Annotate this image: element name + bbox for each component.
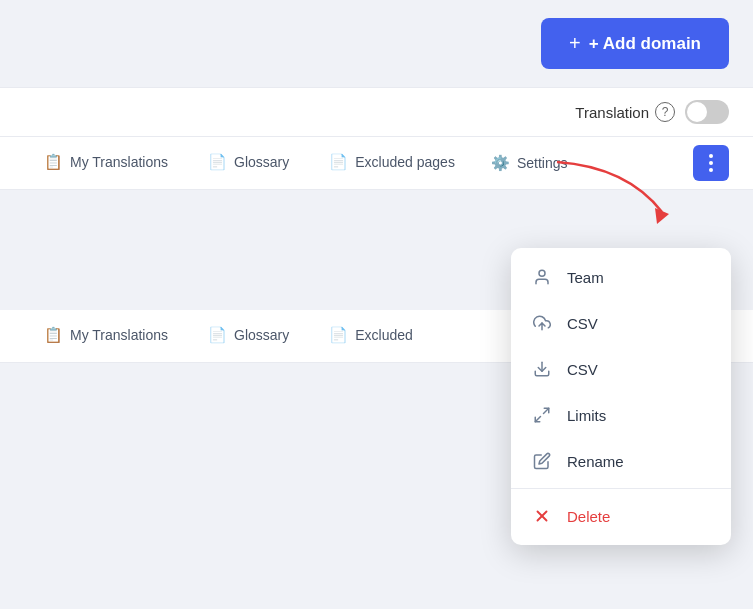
dropdown-item-team[interactable]: Team [511, 254, 731, 300]
dropdown-rename-label: Rename [567, 453, 624, 470]
dropdown-item-csv-upload[interactable]: CSV [511, 300, 731, 346]
add-domain-label: + Add domain [589, 34, 701, 54]
glossary-icon: 📄 [208, 153, 227, 171]
dot-2 [709, 161, 713, 165]
translation-label: Translation ? [575, 102, 675, 122]
nav-tabs-row: 📋 My Translations 📄 Glossary 📄 Excluded … [0, 137, 753, 190]
top-bar: + + Add domain [0, 0, 753, 87]
dropdown-item-limits[interactable]: Limits [511, 392, 731, 438]
dropdown-csv-upload-label: CSV [567, 315, 598, 332]
tab-settings[interactable]: ⚙️ Settings [475, 138, 584, 188]
tab-excluded-pages-label: Excluded pages [355, 154, 455, 170]
excluded-2-icon: 📄 [329, 326, 348, 344]
rename-icon [531, 452, 553, 470]
dropdown-item-delete[interactable]: Delete [511, 493, 731, 539]
tab-my-translations-2-label: My Translations [70, 327, 168, 343]
my-translations-2-icon: 📋 [44, 326, 63, 344]
dropdown-menu: Team CSV CSV [511, 248, 731, 545]
nav-tabs: 📋 My Translations 📄 Glossary 📄 Excluded … [24, 137, 693, 189]
translation-bar: Translation ? [0, 87, 753, 137]
dropdown-delete-label: Delete [567, 508, 610, 525]
tab-glossary-2-label: Glossary [234, 327, 289, 343]
delete-icon [531, 507, 553, 525]
tab-glossary-label: Glossary [234, 154, 289, 170]
dropdown-csv-download-label: CSV [567, 361, 598, 378]
my-translations-icon: 📋 [44, 153, 63, 171]
settings-icon: ⚙️ [491, 154, 510, 172]
plus-icon: + [569, 32, 581, 55]
tab-my-translations-2[interactable]: 📋 My Translations [24, 310, 188, 362]
dot-1 [709, 154, 713, 158]
limits-icon [531, 406, 553, 424]
dot-3 [709, 168, 713, 172]
more-options-button[interactable] [693, 145, 729, 181]
spacer [0, 190, 753, 250]
add-domain-button[interactable]: + + Add domain [541, 18, 729, 69]
team-icon [531, 268, 553, 286]
help-icon[interactable]: ? [655, 102, 675, 122]
tab-excluded-2[interactable]: 📄 Excluded [309, 310, 433, 362]
tab-excluded-pages[interactable]: 📄 Excluded pages [309, 137, 475, 189]
tab-settings-label: Settings [517, 155, 568, 171]
glossary-2-icon: 📄 [208, 326, 227, 344]
svg-line-5 [535, 417, 540, 422]
tab-excluded-2-label: Excluded [355, 327, 413, 343]
csv-upload-icon [531, 314, 553, 332]
tab-glossary-2[interactable]: 📄 Glossary [188, 310, 309, 362]
tab-my-translations-label: My Translations [70, 154, 168, 170]
csv-download-icon [531, 360, 553, 378]
translation-toggle[interactable] [685, 100, 729, 124]
excluded-pages-icon: 📄 [329, 153, 348, 171]
svg-point-1 [539, 270, 545, 276]
dropdown-limits-label: Limits [567, 407, 606, 424]
tab-glossary[interactable]: 📄 Glossary [188, 137, 309, 189]
dropdown-item-rename[interactable]: Rename [511, 438, 731, 484]
dropdown-item-csv-download[interactable]: CSV [511, 346, 731, 392]
dropdown-divider [511, 488, 731, 489]
tab-my-translations[interactable]: 📋 My Translations [24, 137, 188, 189]
svg-line-4 [544, 408, 549, 413]
dropdown-team-label: Team [567, 269, 604, 286]
